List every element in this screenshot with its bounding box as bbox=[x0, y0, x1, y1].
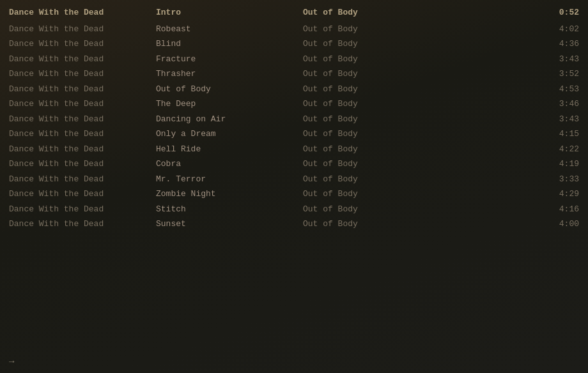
track-title: Zombie Night bbox=[156, 188, 303, 201]
track-title: Stitch bbox=[156, 203, 303, 216]
track-duration: 3:33 bbox=[431, 173, 579, 186]
track-album: Out of Body bbox=[303, 188, 431, 201]
track-album: Out of Body bbox=[303, 218, 431, 231]
header-title: Intro bbox=[156, 6, 303, 19]
track-artist: Dance With the Dead bbox=[9, 203, 156, 216]
header-duration: 0:52 bbox=[431, 6, 579, 19]
track-artist: Dance With the Dead bbox=[9, 158, 156, 171]
table-row[interactable]: Dance With the DeadCobraOut of Body4:19 bbox=[0, 156, 588, 172]
track-duration: 4:16 bbox=[431, 203, 579, 216]
track-artist: Dance With the Dead bbox=[9, 98, 156, 110]
table-row[interactable]: Dance With the DeadSunsetOut of Body4:00 bbox=[0, 217, 588, 232]
table-row[interactable]: Dance With the DeadBlindOut of Body4:36 bbox=[0, 36, 588, 52]
track-duration: 4:53 bbox=[431, 83, 579, 96]
table-row[interactable]: Dance With the DeadOnly a DreamOut of Bo… bbox=[0, 126, 588, 142]
track-title: Out of Body bbox=[156, 83, 303, 96]
track-artist: Dance With the Dead bbox=[9, 128, 156, 141]
bottom-arrow: → bbox=[9, 356, 14, 367]
track-artist: Dance With the Dead bbox=[9, 83, 156, 96]
track-artist: Dance With the Dead bbox=[9, 173, 156, 186]
track-duration: 4:00 bbox=[431, 218, 579, 231]
track-artist: Dance With the Dead bbox=[9, 38, 156, 50]
track-album: Out of Body bbox=[303, 203, 431, 216]
table-row[interactable]: Dance With the DeadMr. TerrorOut of Body… bbox=[0, 172, 588, 187]
track-album: Out of Body bbox=[303, 173, 431, 186]
track-album: Out of Body bbox=[303, 68, 431, 80]
table-row[interactable]: Dance With the DeadFractureOut of Body3:… bbox=[0, 52, 588, 67]
track-title: Robeast bbox=[156, 23, 303, 36]
track-title: Only a Dream bbox=[156, 128, 303, 141]
track-duration: 4:22 bbox=[431, 143, 579, 156]
track-artist: Dance With the Dead bbox=[9, 188, 156, 201]
track-duration: 4:02 bbox=[431, 23, 579, 36]
track-artist: Dance With the Dead bbox=[9, 218, 156, 231]
track-artist: Dance With the Dead bbox=[9, 113, 156, 126]
track-title: Mr. Terror bbox=[156, 173, 303, 186]
track-album: Out of Body bbox=[303, 98, 431, 110]
table-row[interactable]: Dance With the DeadOut of BodyOut of Bod… bbox=[0, 82, 588, 97]
table-row[interactable]: Dance With the DeadThrasherOut of Body3:… bbox=[0, 66, 588, 82]
track-title: Blind bbox=[156, 38, 303, 50]
header-artist: Dance With the Dead bbox=[9, 6, 156, 19]
table-row[interactable]: Dance With the DeadDancing on AirOut of … bbox=[0, 112, 588, 127]
table-row[interactable]: Dance With the DeadZombie NightOut of Bo… bbox=[0, 187, 588, 202]
track-album: Out of Body bbox=[303, 23, 431, 36]
track-artist: Dance With the Dead bbox=[9, 143, 156, 156]
track-album: Out of Body bbox=[303, 158, 431, 171]
track-title: Hell Ride bbox=[156, 143, 303, 156]
track-title: Dancing on Air bbox=[156, 113, 303, 126]
track-duration: 3:46 bbox=[431, 98, 579, 110]
track-artist: Dance With the Dead bbox=[9, 23, 156, 36]
track-title: Sunset bbox=[156, 218, 303, 231]
table-row[interactable]: Dance With the DeadRobeastOut of Body4:0… bbox=[0, 22, 588, 37]
track-duration: 4:36 bbox=[431, 38, 579, 50]
track-title: Fracture bbox=[156, 53, 303, 66]
track-duration: 3:43 bbox=[431, 53, 579, 66]
track-duration: 4:19 bbox=[431, 158, 579, 171]
track-title: Thrasher bbox=[156, 68, 303, 80]
track-album: Out of Body bbox=[303, 38, 431, 50]
table-row[interactable]: Dance With the DeadStitchOut of Body4:16 bbox=[0, 202, 588, 217]
track-artist: Dance With the Dead bbox=[9, 68, 156, 80]
track-title: The Deep bbox=[156, 98, 303, 110]
track-album: Out of Body bbox=[303, 128, 431, 141]
header-album: Out of Body bbox=[303, 6, 431, 19]
track-artist: Dance With the Dead bbox=[9, 53, 156, 66]
track-album: Out of Body bbox=[303, 143, 431, 156]
track-list: Dance With the Dead Intro Out of Body 0:… bbox=[0, 0, 588, 237]
track-duration: 3:43 bbox=[431, 113, 579, 126]
table-row[interactable]: Dance With the DeadThe DeepOut of Body3:… bbox=[0, 96, 588, 112]
track-duration: 3:52 bbox=[431, 68, 579, 80]
track-list-header: Dance With the Dead Intro Out of Body 0:… bbox=[0, 5, 588, 20]
track-album: Out of Body bbox=[303, 53, 431, 66]
track-duration: 4:29 bbox=[431, 188, 579, 201]
table-row[interactable]: Dance With the DeadHell RideOut of Body4… bbox=[0, 142, 588, 157]
track-duration: 4:15 bbox=[431, 128, 579, 141]
track-title: Cobra bbox=[156, 158, 303, 171]
track-album: Out of Body bbox=[303, 83, 431, 96]
track-album: Out of Body bbox=[303, 113, 431, 126]
